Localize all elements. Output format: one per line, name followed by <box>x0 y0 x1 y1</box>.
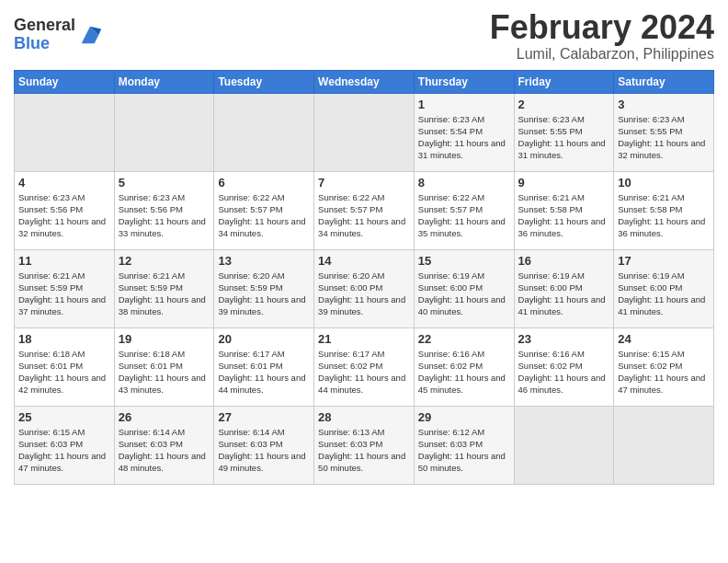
cell-content: Sunrise: 6:22 AMSunset: 5:57 PMDaylight:… <box>418 191 510 240</box>
weekday-header-saturday: Saturday <box>614 70 714 93</box>
day-number: 5 <box>119 176 210 190</box>
month-title: February 2024 <box>490 9 714 46</box>
weekday-header-sunday: Sunday <box>15 70 115 93</box>
day-number: 13 <box>218 254 310 268</box>
calendar-cell: 27Sunrise: 6:14 AMSunset: 6:03 PMDayligh… <box>214 406 314 484</box>
cell-content: Sunrise: 6:23 AMSunset: 5:56 PMDaylight:… <box>119 191 210 240</box>
day-number: 24 <box>618 332 710 346</box>
calendar-week-row: 1Sunrise: 6:23 AMSunset: 5:54 PMDaylight… <box>15 93 714 171</box>
day-number: 26 <box>119 410 210 424</box>
calendar-cell <box>15 93 115 171</box>
calendar-cell: 25Sunrise: 6:15 AMSunset: 6:03 PMDayligh… <box>15 406 115 484</box>
day-number: 27 <box>218 410 310 424</box>
cell-content: Sunrise: 6:21 AMSunset: 5:58 PMDaylight:… <box>618 191 710 240</box>
cell-content: Sunrise: 6:23 AMSunset: 5:55 PMDaylight:… <box>618 113 710 162</box>
cell-content: Sunrise: 6:21 AMSunset: 5:59 PMDaylight:… <box>18 270 110 318</box>
calendar-cell <box>314 93 415 171</box>
calendar-table: SundayMondayTuesdayWednesdayThursdayFrid… <box>14 70 714 485</box>
weekday-header-row: SundayMondayTuesdayWednesdayThursdayFrid… <box>15 70 714 93</box>
calendar-cell: 17Sunrise: 6:19 AMSunset: 6:00 PMDayligh… <box>614 249 714 327</box>
day-number: 25 <box>18 410 110 424</box>
cell-content: Sunrise: 6:12 AMSunset: 6:03 PMDaylight:… <box>418 426 510 475</box>
calendar-title-area: February 2024 Lumil, Calabarzon, Philipp… <box>490 9 714 63</box>
calendar-cell <box>214 93 314 171</box>
cell-content: Sunrise: 6:16 AMSunset: 6:02 PMDaylight:… <box>418 348 510 396</box>
calendar-week-row: 11Sunrise: 6:21 AMSunset: 5:59 PMDayligh… <box>15 249 714 327</box>
day-number: 11 <box>18 254 110 268</box>
cell-content: Sunrise: 6:21 AMSunset: 5:58 PMDaylight:… <box>518 191 610 240</box>
cell-content: Sunrise: 6:13 AMSunset: 6:03 PMDaylight:… <box>318 426 410 475</box>
calendar-week-row: 18Sunrise: 6:18 AMSunset: 6:01 PMDayligh… <box>15 327 714 406</box>
day-number: 7 <box>318 176 410 190</box>
cell-content: Sunrise: 6:18 AMSunset: 6:01 PMDaylight:… <box>119 348 210 396</box>
day-number: 16 <box>518 254 610 268</box>
calendar-cell: 21Sunrise: 6:17 AMSunset: 6:02 PMDayligh… <box>314 327 415 406</box>
cell-content: Sunrise: 6:14 AMSunset: 6:03 PMDaylight:… <box>119 426 210 475</box>
calendar-cell: 16Sunrise: 6:19 AMSunset: 6:00 PMDayligh… <box>514 249 614 327</box>
calendar-week-row: 4Sunrise: 6:23 AMSunset: 5:56 PMDaylight… <box>15 171 714 249</box>
cell-content: Sunrise: 6:19 AMSunset: 6:00 PMDaylight:… <box>518 270 610 318</box>
calendar-cell: 20Sunrise: 6:17 AMSunset: 6:01 PMDayligh… <box>214 327 314 406</box>
calendar-cell: 24Sunrise: 6:15 AMSunset: 6:02 PMDayligh… <box>614 327 714 406</box>
calendar-cell: 6Sunrise: 6:22 AMSunset: 5:57 PMDaylight… <box>214 171 314 249</box>
calendar-cell: 29Sunrise: 6:12 AMSunset: 6:03 PMDayligh… <box>414 406 514 484</box>
calendar-cell: 14Sunrise: 6:20 AMSunset: 6:00 PMDayligh… <box>314 249 415 327</box>
logo-icon <box>77 22 103 48</box>
cell-content: Sunrise: 6:23 AMSunset: 5:56 PMDaylight:… <box>18 191 110 240</box>
location-title: Lumil, Calabarzon, Philippines <box>490 46 714 63</box>
calendar-cell: 15Sunrise: 6:19 AMSunset: 6:00 PMDayligh… <box>414 249 514 327</box>
calendar-cell <box>614 406 714 484</box>
cell-content: Sunrise: 6:18 AMSunset: 6:01 PMDaylight:… <box>18 348 110 396</box>
calendar-cell: 9Sunrise: 6:21 AMSunset: 5:58 PMDaylight… <box>514 171 614 249</box>
calendar-cell <box>514 406 614 484</box>
day-number: 19 <box>119 332 210 346</box>
day-number: 28 <box>318 410 410 424</box>
day-number: 6 <box>218 176 310 190</box>
day-number: 8 <box>418 176 510 190</box>
calendar-cell: 8Sunrise: 6:22 AMSunset: 5:57 PMDaylight… <box>414 171 514 249</box>
cell-content: Sunrise: 6:19 AMSunset: 6:00 PMDaylight:… <box>618 270 710 318</box>
cell-content: Sunrise: 6:17 AMSunset: 6:01 PMDaylight:… <box>218 348 310 396</box>
logo-blue-text: Blue <box>14 34 50 52</box>
calendar-cell: 26Sunrise: 6:14 AMSunset: 6:03 PMDayligh… <box>114 406 214 484</box>
cell-content: Sunrise: 6:14 AMSunset: 6:03 PMDaylight:… <box>218 426 310 475</box>
cell-content: Sunrise: 6:23 AMSunset: 5:55 PMDaylight:… <box>518 113 610 162</box>
calendar-cell: 13Sunrise: 6:20 AMSunset: 5:59 PMDayligh… <box>214 249 314 327</box>
day-number: 20 <box>218 332 310 346</box>
calendar-cell: 12Sunrise: 6:21 AMSunset: 5:59 PMDayligh… <box>114 249 214 327</box>
day-number: 10 <box>618 176 710 190</box>
calendar-cell <box>114 93 214 171</box>
page-header: General Blue February 2024 Lumil, Calaba… <box>14 9 714 63</box>
cell-content: Sunrise: 6:23 AMSunset: 5:54 PMDaylight:… <box>418 113 510 162</box>
calendar-cell: 18Sunrise: 6:18 AMSunset: 6:01 PMDayligh… <box>15 327 115 406</box>
day-number: 18 <box>18 332 110 346</box>
cell-content: Sunrise: 6:20 AMSunset: 6:00 PMDaylight:… <box>318 270 410 318</box>
day-number: 1 <box>418 98 510 111</box>
calendar-cell: 19Sunrise: 6:18 AMSunset: 6:01 PMDayligh… <box>114 327 214 406</box>
calendar-cell: 3Sunrise: 6:23 AMSunset: 5:55 PMDaylight… <box>614 93 714 171</box>
weekday-header-friday: Friday <box>514 70 614 93</box>
cell-content: Sunrise: 6:20 AMSunset: 5:59 PMDaylight:… <box>218 270 310 318</box>
cell-content: Sunrise: 6:22 AMSunset: 5:57 PMDaylight:… <box>318 191 410 240</box>
day-number: 17 <box>618 254 710 268</box>
day-number: 9 <box>518 176 610 190</box>
calendar-cell: 2Sunrise: 6:23 AMSunset: 5:55 PMDaylight… <box>514 93 614 171</box>
day-number: 3 <box>618 98 710 111</box>
calendar-cell: 23Sunrise: 6:16 AMSunset: 6:02 PMDayligh… <box>514 327 614 406</box>
calendar-cell: 4Sunrise: 6:23 AMSunset: 5:56 PMDaylight… <box>15 171 115 249</box>
weekday-header-monday: Monday <box>114 70 214 93</box>
cell-content: Sunrise: 6:19 AMSunset: 6:00 PMDaylight:… <box>418 270 510 318</box>
weekday-header-thursday: Thursday <box>414 70 514 93</box>
cell-content: Sunrise: 6:21 AMSunset: 5:59 PMDaylight:… <box>119 270 210 318</box>
calendar-week-row: 25Sunrise: 6:15 AMSunset: 6:03 PMDayligh… <box>15 406 714 484</box>
cell-content: Sunrise: 6:22 AMSunset: 5:57 PMDaylight:… <box>218 191 310 240</box>
weekday-header-tuesday: Tuesday <box>214 70 314 93</box>
calendar-cell: 10Sunrise: 6:21 AMSunset: 5:58 PMDayligh… <box>614 171 714 249</box>
day-number: 2 <box>518 98 610 111</box>
logo-general-text: General <box>14 16 75 34</box>
calendar-cell: 1Sunrise: 6:23 AMSunset: 5:54 PMDaylight… <box>414 93 514 171</box>
day-number: 4 <box>18 176 110 190</box>
weekday-header-wednesday: Wednesday <box>314 70 415 93</box>
logo: General Blue <box>14 17 103 53</box>
calendar-cell: 7Sunrise: 6:22 AMSunset: 5:57 PMDaylight… <box>314 171 415 249</box>
